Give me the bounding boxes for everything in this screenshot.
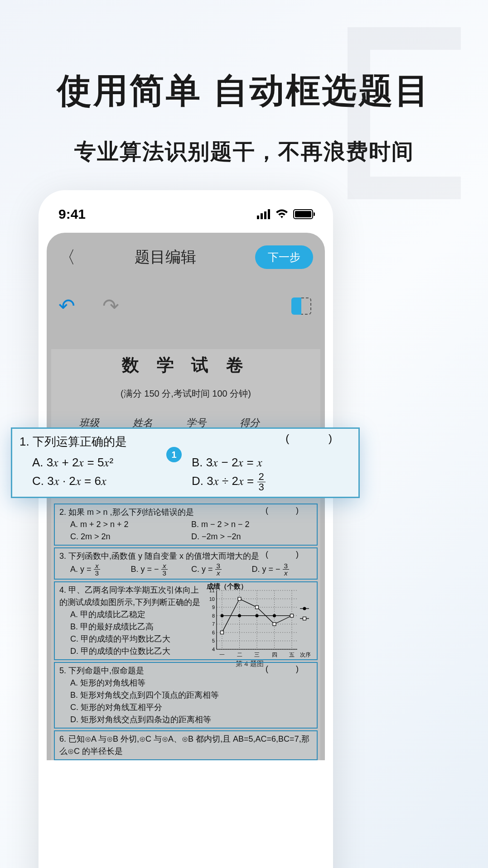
q5-opt-a: A. 矩形的对角线相等 bbox=[70, 677, 312, 689]
svg-text:三: 三 bbox=[254, 652, 260, 658]
question-number-badge: 1 bbox=[166, 447, 182, 462]
q3-opt-d: D. y = − 3x bbox=[252, 562, 313, 577]
phone-mockup: 9:41 〈 题目编辑 下一步 ↶ ↷ 数 学 试 卷 (满分 150 分,考试… bbox=[39, 190, 333, 868]
q3-opt-a: A. y = x3 bbox=[70, 562, 131, 577]
status-bar: 9:41 bbox=[39, 190, 333, 233]
svg-rect-44 bbox=[273, 622, 276, 625]
paper-meta: (满分 150 分,考试时间 100 分钟) bbox=[51, 388, 320, 400]
svg-text:五: 五 bbox=[289, 652, 295, 658]
signal-icon bbox=[257, 209, 271, 219]
redo-icon[interactable]: ↷ bbox=[102, 294, 119, 317]
q3-opt-b: B. y = − x3 bbox=[131, 562, 192, 577]
undo-icon[interactable]: ↶ bbox=[58, 294, 75, 317]
q4-opt-c: C. 甲的成绩的平均数比乙大 bbox=[70, 633, 203, 645]
q4-opt-a: A. 甲的成绩比乙稳定 bbox=[70, 609, 203, 621]
svg-rect-43 bbox=[256, 605, 259, 609]
q5-opt-c: C. 矩形的对角线互相平分 bbox=[70, 701, 312, 714]
svg-rect-41 bbox=[221, 631, 224, 634]
q5-opt-b: B. 矩形对角线交点到四个顶点的距离相等 bbox=[70, 689, 312, 701]
svg-rect-47 bbox=[303, 617, 306, 620]
svg-rect-42 bbox=[238, 597, 241, 600]
q4-chart: 成绩（个数） 4567891011一二三四五次序甲乙 第 4 题图 bbox=[204, 582, 310, 659]
q4-opt-d: D. 甲的成绩的中位数比乙大 bbox=[70, 645, 203, 657]
q1-opt-b: B. 3𝑥 − 2𝑥 = 𝑥 bbox=[192, 453, 351, 472]
exam-paper: 数 学 试 卷 (满分 150 分,考试时间 100 分钟) 班级 姓名 学号 … bbox=[47, 331, 325, 760]
question-box-4[interactable]: 4. 甲、乙两名同学本学期五次引体向上的测试成绩如图所示,下列判断正确的是 A.… bbox=[54, 581, 318, 660]
svg-text:一: 一 bbox=[219, 652, 225, 658]
svg-text:四: 四 bbox=[272, 652, 277, 658]
svg-text:次序: 次序 bbox=[300, 652, 310, 658]
q1-opt-d: D. 3𝑥 ÷ 2𝑥 = 23 bbox=[192, 472, 351, 492]
svg-text:二: 二 bbox=[237, 652, 242, 658]
q3-opt-c: C. y = 3x bbox=[191, 562, 252, 577]
answer-bracket: ( ) bbox=[285, 430, 350, 447]
svg-text:6: 6 bbox=[212, 629, 215, 635]
q1-opt-c: C. 3𝑥 · 2𝑥 = 6𝑥 bbox=[32, 472, 192, 492]
svg-rect-0 bbox=[257, 216, 259, 219]
status-time: 9:41 bbox=[58, 206, 86, 222]
q2-opt-a: A. m + 2 > n + 2 bbox=[70, 518, 191, 531]
svg-rect-3 bbox=[268, 209, 270, 219]
svg-text:5: 5 bbox=[212, 638, 215, 643]
svg-point-35 bbox=[256, 614, 259, 617]
svg-rect-2 bbox=[264, 211, 266, 219]
svg-rect-1 bbox=[261, 213, 263, 219]
q4-opt-b: B. 甲的最好成绩比乙高 bbox=[70, 621, 203, 633]
svg-text:9: 9 bbox=[212, 604, 215, 610]
q2-opt-d: D. −2m > −2n bbox=[191, 531, 312, 543]
question-box-6[interactable]: 6. 已知⊙A 与⊙B 外切,⊙C 与⊙A、⊙B 都内切,且 AB=5,AC=6… bbox=[54, 730, 318, 760]
question-box-5[interactable]: ( ) 5. 下列命题中,假命题是 A. 矩形的对角线相等 B. 矩形对角线交点… bbox=[54, 662, 318, 729]
q5-opt-d: D. 矩形对角线交点到四条边的距离相等 bbox=[70, 714, 312, 726]
svg-point-33 bbox=[221, 614, 224, 617]
back-button[interactable]: 〈 bbox=[58, 246, 76, 269]
svg-text:4: 4 bbox=[212, 647, 215, 652]
status-icons bbox=[257, 209, 313, 219]
battery-icon bbox=[293, 209, 313, 219]
svg-rect-45 bbox=[290, 614, 294, 617]
question-box-2[interactable]: ( ) 2. 如果 m > n ,那么下列结论错误的是 A. m + 2 > n… bbox=[54, 504, 318, 546]
q6-stem: 6. 已知⊙A 与⊙B 外切,⊙C 与⊙A、⊙B 都内切,且 AB=5,AC=6… bbox=[59, 733, 312, 758]
svg-text:10: 10 bbox=[209, 596, 215, 601]
q4-stem: 4. 甲、乙两名同学本学期五次引体向上的测试成绩如图所示,下列判断正确的是 bbox=[59, 584, 203, 609]
question-box-3[interactable]: ( ) 3. 下列函数中,函数值 y 随自变量 x 的值增大而增大的是 A. y… bbox=[54, 547, 318, 580]
crop-toggle-icon[interactable] bbox=[291, 296, 313, 316]
svg-point-36 bbox=[273, 614, 276, 617]
app-header: 〈 题目编辑 下一步 bbox=[47, 233, 325, 282]
svg-text:7: 7 bbox=[212, 621, 215, 627]
selected-question-overlay[interactable]: ( ) 1 1. 下列运算正确的是 A. 3𝑥 + 2𝑥 = 5𝑥² B. 3𝑥… bbox=[11, 427, 360, 498]
screen-title: 题目编辑 bbox=[135, 247, 196, 268]
toolbar: ↶ ↷ bbox=[47, 282, 325, 331]
q2-opt-c: C. 2m > 2n bbox=[70, 531, 191, 543]
svg-point-34 bbox=[238, 614, 241, 617]
paper-title: 数 学 试 卷 bbox=[51, 354, 320, 377]
wifi-icon bbox=[275, 209, 289, 219]
q2-opt-b: B. m − 2 > n − 2 bbox=[191, 518, 312, 531]
svg-point-39 bbox=[303, 607, 306, 610]
next-button[interactable]: 下一步 bbox=[255, 245, 313, 269]
svg-text:8: 8 bbox=[212, 613, 215, 618]
